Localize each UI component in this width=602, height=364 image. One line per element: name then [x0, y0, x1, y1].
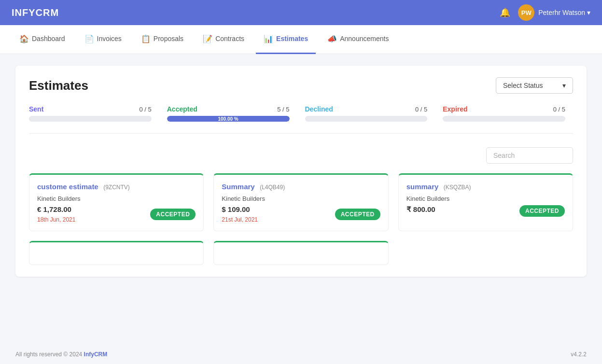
search-input[interactable] [486, 147, 573, 164]
bell-icon[interactable]: 🔔 [500, 7, 510, 18]
nav-item-dashboard[interactable]: 🏠 Dashboard [12, 25, 73, 54]
partial-card-2[interactable] [213, 241, 388, 265]
card-1-date: 18th Jun, 2021 [37, 216, 75, 223]
card-1-status-badge: ACCEPTED [150, 209, 196, 220]
stat-sent-label: Sent [29, 105, 43, 113]
stat-declined: Declined 0 / 5 [297, 105, 435, 122]
main-card: Estimates Select Status ▾ Sent 0 / 5 [15, 66, 587, 277]
username-button[interactable]: Peterhr Watson ▾ [538, 9, 590, 16]
card-2-title: Summary [222, 182, 254, 191]
page-body: Estimates Select Status ▾ Sent 0 / 5 [0, 54, 602, 345]
nav-item-proposals[interactable]: 📋 Proposals [133, 25, 191, 54]
partial-cards-row [29, 241, 573, 265]
proposals-icon: 📋 [141, 34, 151, 43]
navigation: 🏠 Dashboard 📄 Invoices 📋 Proposals 📝 Con… [0, 25, 602, 54]
stat-accepted-bar-fill: 100.00 % [167, 116, 290, 122]
partial-card-1[interactable] [29, 241, 204, 265]
cards-grid: custome estimate (9ZCNTV) Kinetic Builde… [29, 173, 573, 231]
header: INFYCRM 🔔 PW Peterhr Watson ▾ [0, 0, 602, 25]
footer-version: v4.2.2 [571, 351, 587, 358]
card-3-amount: ₹ 800.00 [406, 205, 435, 214]
dashboard-icon: 🏠 [19, 34, 29, 43]
contracts-icon: 📝 [203, 34, 212, 43]
nav-item-invoices[interactable]: 📄 Invoices [77, 25, 129, 54]
stats-row: Sent 0 / 5 Accepted 5 / 5 100.00 % [29, 105, 573, 134]
stat-declined-bar-bg [305, 116, 428, 122]
page-header: Estimates Select Status ▾ [29, 77, 573, 94]
estimate-card-3[interactable]: summary (KSQZBA) Kinetic Builders ₹ 800.… [398, 173, 573, 231]
footer-copyright: All rights reserved © 2024 InfyCRM [15, 351, 107, 358]
estimate-card-2[interactable]: Summary (L4QB49) Kinetic Builders $ 109.… [213, 173, 388, 231]
card-2-code: (L4QB49) [260, 184, 285, 191]
card-2-status-badge: ACCEPTED [335, 209, 380, 220]
card-2-amount: $ 109.00 [222, 205, 258, 213]
card-3-company: Kinetic Builders [406, 195, 565, 202]
partial-spacer [398, 241, 573, 265]
chevron-down-icon: ▾ [562, 82, 566, 89]
stat-sent-count: 0 / 5 [139, 106, 151, 113]
stat-expired-count: 0 / 5 [553, 106, 565, 113]
card-2-company: Kinetic Builders [222, 195, 380, 202]
stat-sent-bar-bg [29, 116, 152, 122]
card-2-footer: $ 109.00 21st Jul, 2021 ACCEPTED [222, 205, 380, 223]
header-right: 🔔 PW Peterhr Watson ▾ [500, 4, 590, 21]
stat-accepted-label: Accepted [167, 105, 197, 113]
card-3-code: (KSQZBA) [444, 184, 471, 191]
card-3-title: summary [406, 182, 439, 191]
card-3-footer: ₹ 800.00 ACCEPTED [406, 205, 565, 217]
stat-expired: Expired 0 / 5 [435, 105, 573, 122]
page-title: Estimates [29, 78, 88, 93]
stat-declined-label: Declined [305, 105, 333, 113]
card-1-amount: € 1,728.00 [37, 205, 75, 213]
select-status-dropdown[interactable]: Select Status ▾ [496, 77, 573, 94]
search-row [29, 147, 573, 164]
stat-sent: Sent 0 / 5 [29, 105, 159, 122]
card-1-code: (9ZCNTV) [103, 184, 130, 191]
nav-item-announcements[interactable]: 📣 Announcements [320, 25, 396, 54]
nav-item-contracts[interactable]: 📝 Contracts [195, 25, 252, 54]
avatar: PW [518, 4, 534, 21]
invoices-icon: 📄 [84, 34, 94, 43]
stat-expired-label: Expired [443, 105, 467, 113]
card-2-date: 21st Jul, 2021 [222, 216, 258, 223]
stat-accepted-count: 5 / 5 [277, 106, 289, 113]
footer: All rights reserved © 2024 InfyCRM v4.2.… [0, 345, 602, 364]
stat-accepted: Accepted 5 / 5 100.00 % [159, 105, 297, 122]
estimates-icon: 📊 [264, 34, 273, 43]
announcements-icon: 📣 [327, 34, 337, 43]
nav-item-estimates[interactable]: 📊 Estimates [256, 25, 316, 54]
estimate-card-1[interactable]: custome estimate (9ZCNTV) Kinetic Builde… [29, 173, 204, 231]
stat-expired-bar-bg [443, 116, 565, 122]
dropdown-icon: ▾ [587, 9, 590, 16]
card-1-company: Kinetic Builders [37, 195, 196, 202]
card-3-status-badge: ACCEPTED [519, 205, 565, 217]
card-1-footer: € 1,728.00 18th Jun, 2021 ACCEPTED [37, 205, 196, 223]
logo: INFYCRM [12, 7, 59, 18]
card-1-title: custome estimate [37, 182, 98, 191]
stat-accepted-bar-bg: 100.00 % [167, 116, 290, 122]
stat-declined-count: 0 / 5 [415, 106, 427, 113]
